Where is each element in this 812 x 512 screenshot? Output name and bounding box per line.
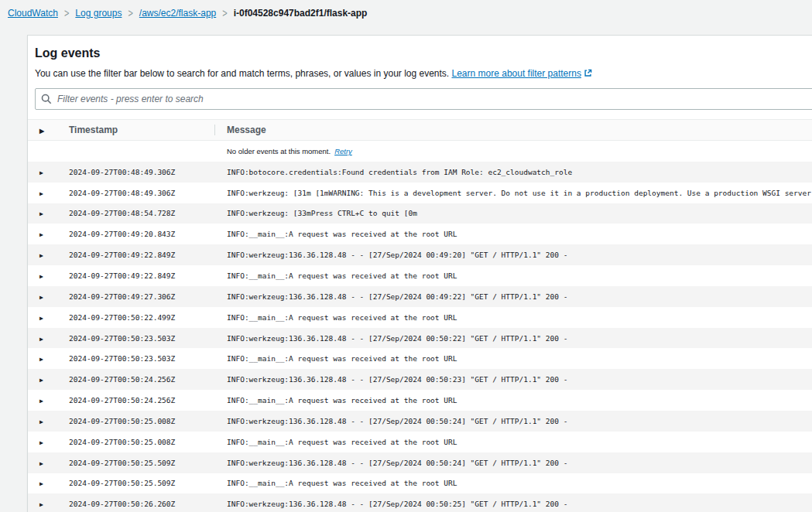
expand-cell: ▶: [28, 251, 69, 259]
no-older-events-text: No older events at this moment.: [227, 147, 331, 155]
expand-cell: ▶: [28, 438, 69, 446]
log-event-row: ▶2024-09-27T00:50:26.260ZINFO:werkzeug:1…: [28, 493, 812, 512]
timestamp-cell: 2024-09-27T00:50:24.256Z: [69, 375, 214, 384]
learn-more-link[interactable]: Learn more about filter patterns: [452, 68, 592, 79]
log-events-table: ▶ Timestamp Message No older events at t…: [28, 119, 812, 512]
retry-link[interactable]: Retry: [334, 147, 352, 155]
message-cell: INFO:werkzeug:136.36.128.48 - - [27/Sep/…: [214, 292, 812, 301]
expand-cell: ▶: [28, 292, 69, 301]
filter-events-input[interactable]: [35, 88, 812, 110]
expand-cell: ▶: [28, 479, 69, 487]
expand-row-icon[interactable]: ▶: [39, 232, 43, 238]
filter-bar: [35, 88, 812, 110]
timestamp-cell: 2024-09-27T00:50:24.256Z: [69, 396, 214, 404]
expand-row-icon[interactable]: ▶: [39, 253, 43, 259]
timestamp-cell: 2024-09-27T00:48:49.306Z: [69, 168, 214, 176]
expand-cell: ▶: [28, 230, 69, 238]
breadcrumb-separator-icon: >: [64, 8, 69, 19]
message-cell: INFO:__main__:A request was received at …: [214, 230, 812, 238]
expand-row-icon[interactable]: ▶: [39, 440, 43, 446]
expand-cell: ▶: [28, 313, 69, 322]
expand-row-icon[interactable]: ▶: [39, 419, 43, 425]
timestamp-cell: 2024-09-27T00:50:25.008Z: [69, 438, 214, 446]
page-title: Log events: [35, 46, 812, 60]
log-event-row: ▶2024-09-27T00:50:23.503ZINFO:werkzeug:1…: [28, 328, 812, 349]
log-event-row: ▶2024-09-27T00:50:23.503ZINFO:__main__:A…: [28, 348, 812, 369]
log-event-row: ▶2024-09-27T00:49:22.849ZINFO:werkzeug:1…: [28, 244, 812, 265]
timestamp-cell: 2024-09-27T00:48:49.306Z: [69, 189, 214, 197]
expand-cell: ▶: [28, 396, 69, 404]
log-event-row: ▶2024-09-27T00:50:24.256ZINFO:werkzeug:1…: [28, 369, 812, 390]
breadcrumb-link-log-group[interactable]: /aws/ec2/flask-app: [139, 8, 216, 19]
message-cell: INFO:werkzeug:136.36.128.48 - - [27/Sep/…: [214, 500, 812, 508]
message-cell: INFO:werkzeug:136.36.128.48 - - [27/Sep/…: [214, 375, 812, 384]
no-older-events-row: No older events at this moment. Retry: [28, 141, 812, 162]
timestamp-cell: 2024-09-27T00:49:22.849Z: [69, 271, 214, 280]
message-cell: INFO:__main__:A request was received at …: [214, 396, 812, 404]
chevron-right-icon: ▶: [39, 128, 44, 135]
expand-row-icon[interactable]: ▶: [39, 274, 43, 280]
breadcrumb-current-log-stream: i-0f04528c947bad2f1/flask-app: [234, 8, 368, 19]
log-event-row: ▶2024-09-27T00:48:49.306ZINFO:werkzeug: …: [28, 183, 812, 203]
message-cell: INFO:__main__:A request was received at …: [214, 354, 812, 363]
message-cell: INFO:werkzeug: [33mPress CTRL+C to quit …: [214, 209, 812, 217]
log-event-row: ▶2024-09-27T00:50:25.509ZINFO:__main__:A…: [28, 473, 812, 494]
message-cell: INFO:werkzeug:136.36.128.48 - - [27/Sep/…: [214, 459, 812, 467]
timestamp-cell: 2024-09-27T00:50:25.008Z: [69, 417, 214, 425]
log-event-row: ▶2024-09-27T00:50:25.008ZINFO:werkzeug:1…: [28, 411, 812, 432]
expand-cell: ▶: [28, 334, 69, 343]
panel-header: Log events You can use the filter bar be…: [28, 36, 812, 79]
log-event-row: ▶2024-09-27T00:50:25.008ZINFO:__main__:A…: [28, 432, 812, 452]
expand-column-header: ▶: [28, 125, 69, 135]
expand-row-icon[interactable]: ▶: [39, 336, 43, 343]
expand-cell: ▶: [28, 417, 69, 425]
expand-cell: ▶: [28, 500, 69, 508]
table-header-row: ▶ Timestamp Message: [28, 120, 812, 141]
expand-row-icon[interactable]: ▶: [39, 191, 43, 197]
log-event-row: ▶2024-09-27T00:49:27.306ZINFO:werkzeug:1…: [28, 286, 812, 307]
expand-row-icon[interactable]: ▶: [39, 211, 43, 217]
message-cell: INFO:werkzeug:136.36.128.48 - - [27/Sep/…: [214, 334, 812, 343]
breadcrumb-separator-icon: >: [128, 8, 132, 19]
expand-row-icon[interactable]: ▶: [39, 316, 43, 322]
timestamp-cell: 2024-09-27T00:50:25.509Z: [69, 479, 214, 487]
expand-row-icon[interactable]: ▶: [39, 377, 43, 384]
timestamp-cell: 2024-09-27T00:50:26.260Z: [69, 500, 214, 508]
expand-cell: ▶: [28, 375, 69, 384]
message-cell: INFO:werkzeug:136.36.128.48 - - [27/Sep/…: [214, 417, 812, 425]
expand-row-icon[interactable]: ▶: [39, 295, 43, 301]
log-event-row: ▶2024-09-27T00:50:24.256ZINFO:__main__:A…: [28, 390, 812, 411]
description-text: You can use the filter bar below to sear…: [35, 68, 449, 79]
expand-row-icon[interactable]: ▶: [39, 398, 43, 404]
log-event-row: ▶2024-09-27T00:50:25.509ZINFO:werkzeug:1…: [28, 452, 812, 473]
expand-row-icon[interactable]: ▶: [39, 481, 43, 487]
timestamp-cell: 2024-09-27T00:50:23.503Z: [69, 354, 214, 363]
message-cell: INFO:werkzeug:136.36.128.48 - - [27/Sep/…: [214, 251, 812, 259]
log-rows: No older events at this moment. Retry ▶2…: [28, 141, 812, 512]
breadcrumb: CloudWatch > Log groups > /aws/ec2/flask…: [0, 0, 812, 19]
message-cell: INFO:__main__:A request was received at …: [214, 313, 812, 322]
timestamp-column-header: Timestamp: [69, 125, 214, 135]
timestamp-cell: 2024-09-27T00:49:27.306Z: [69, 292, 214, 301]
breadcrumb-link-cloudwatch[interactable]: CloudWatch: [8, 8, 58, 19]
timestamp-cell: 2024-09-27T00:50:22.499Z: [69, 313, 214, 322]
message-cell: INFO:botocore.credentials:Found credenti…: [214, 168, 812, 176]
log-event-row: ▶2024-09-27T00:49:22.849ZINFO:__main__:A…: [28, 265, 812, 286]
breadcrumb-link-log-groups[interactable]: Log groups: [75, 8, 122, 19]
expand-cell: ▶: [28, 189, 69, 197]
timestamp-cell: 2024-09-27T00:49:22.849Z: [69, 251, 214, 259]
expand-cell: ▶: [28, 209, 69, 217]
message-column-header: Message: [214, 125, 812, 135]
expand-row-icon[interactable]: ▶: [39, 357, 43, 363]
external-link-icon: [584, 69, 592, 77]
expand-cell: ▶: [28, 271, 69, 280]
expand-cell: ▶: [28, 459, 69, 467]
expand-row-icon[interactable]: ▶: [39, 170, 43, 176]
log-event-row: ▶2024-09-27T00:49:20.843ZINFO:__main__:A…: [28, 224, 812, 244]
expand-row-icon[interactable]: ▶: [39, 502, 43, 508]
log-event-row: ▶2024-09-27T00:48:54.728ZINFO:werkzeug: …: [28, 203, 812, 224]
message-cell: INFO:__main__:A request was received at …: [214, 438, 812, 446]
breadcrumb-separator-icon: >: [222, 8, 227, 19]
message-cell: INFO:werkzeug: [31m [1mWARNING: This is …: [214, 189, 812, 197]
expand-row-icon[interactable]: ▶: [39, 461, 43, 467]
